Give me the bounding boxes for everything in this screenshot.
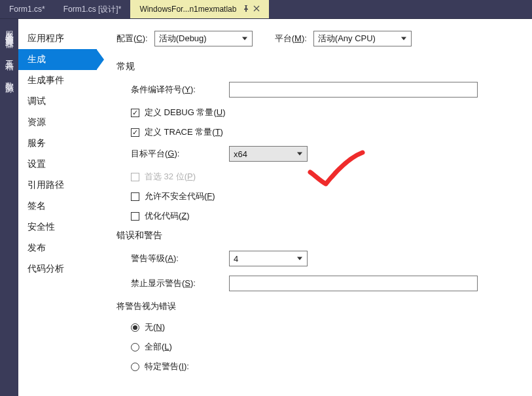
prefer-32bit-label: 首选 32 位(P) [145,171,196,183]
define-debug-label: 定义 DEBUG 常量(U) [145,107,226,118]
document-tabs: Form1.cs* Form1.cs [设计]* WindowsFor...n1… [0,0,532,19]
build-page: 配置(C): 活动(Debug) 平台(M): 活动(Any CPU) 常规 条… [97,19,532,396]
nav-publish[interactable]: 发布 [18,238,97,259]
allow-unsafe-label: 允许不安全代码(F) [145,190,215,202]
treat-specific-radio[interactable] [131,363,139,371]
platform-combo[interactable]: 活动(Any CPU) [313,31,412,46]
nav-settings[interactable]: 设置 [18,154,97,175]
treat-none-label: 无(N) [145,321,165,333]
close-icon[interactable] [253,5,260,14]
suppress-warn-label: 禁止显示警告(S): [131,278,229,289]
allow-unsafe-checkbox[interactable] [131,192,139,201]
pin-icon[interactable] [243,5,249,14]
define-trace-label: 定义 TRACE 常量(T) [145,126,223,138]
nav-build[interactable]: 生成 [18,49,97,70]
nav-application[interactable]: 应用程序 [18,28,97,49]
nav-debug[interactable]: 调试 [18,91,97,112]
target-platform-label: 目标平台(G): [131,148,229,160]
treat-all-radio[interactable] [131,343,139,351]
optimize-checkbox[interactable] [131,212,139,221]
config-label: 配置(C): [116,33,148,45]
cond-symbols-input[interactable] [229,82,478,98]
nav-resources[interactable]: 资源 [18,112,97,133]
platform-label: 平台(M): [275,33,307,45]
treat-all-label: 全部(L) [145,341,172,353]
target-platform-combo[interactable]: x64 [229,146,308,162]
rail-data-sources[interactable]: 数据源 [3,75,15,79]
tool-window-rail: 服务器资源管理器 工具箱 数据源 [0,19,18,396]
treat-warnings-header: 将警告视为错误 [116,300,518,312]
nav-code-analysis[interactable]: 代码分析 [18,259,97,279]
errors-header: 错误和警告 [116,230,518,242]
suppress-warn-input[interactable] [229,276,478,291]
nav-security[interactable]: 安全性 [18,217,97,238]
nav-build-events[interactable]: 生成事件 [18,70,97,91]
define-trace-checkbox[interactable] [131,128,139,137]
tab-form1-designer[interactable]: Form1.cs [设计]* [54,0,131,18]
treat-specific-label: 特定警告(I): [145,361,189,372]
general-header: 常规 [116,61,518,73]
tab-project-properties[interactable]: WindowsFor...n1mexmatlab [130,0,269,18]
treat-none-radio[interactable] [131,323,139,332]
nav-reference-paths[interactable]: 引用路径 [18,175,97,196]
cond-symbols-label: 条件编译符号(Y): [131,84,229,96]
property-page-nav: 应用程序 生成 生成事件 调试 资源 服务 设置 引用路径 签名 安全性 发布 … [18,19,97,396]
optimize-label: 优化代码(Z) [145,210,190,222]
warn-level-label: 警告等级(A): [131,253,229,264]
warn-level-combo[interactable]: 4 [229,251,308,266]
nav-services[interactable]: 服务 [18,133,97,154]
tab-form1-cs[interactable]: Form1.cs* [0,0,54,18]
nav-signing[interactable]: 签名 [18,196,97,217]
define-debug-checkbox[interactable] [131,109,139,117]
rail-server-explorer[interactable]: 服务器资源管理器 [3,24,15,35]
config-combo[interactable]: 活动(Debug) [154,31,253,46]
prefer-32bit-checkbox [131,173,139,181]
rail-toolbox[interactable]: 工具箱 [3,53,15,57]
